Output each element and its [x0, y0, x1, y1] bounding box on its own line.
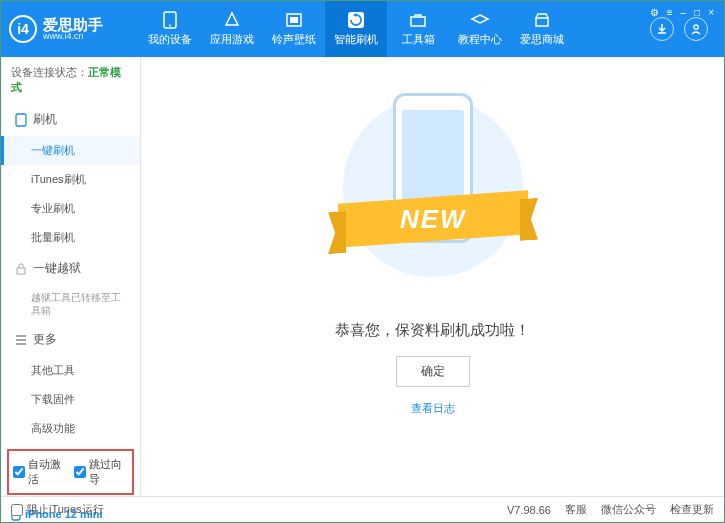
- nav-label: 应用游戏: [210, 32, 254, 47]
- nav-label: 教程中心: [458, 32, 502, 47]
- block-itunes-checkbox[interactable]: [11, 504, 23, 516]
- logo-icon: i4: [9, 15, 37, 43]
- support-link[interactable]: 客服: [565, 502, 587, 517]
- flash-options-highlighted: 自动激活 跳过向导: [7, 449, 134, 495]
- user-button[interactable]: [684, 17, 708, 41]
- sidebar: 设备连接状态：正常模式 刷机 一键刷机 iTunes刷机 专业刷机 批量刷机 一…: [1, 57, 141, 496]
- apps-icon: [222, 11, 242, 29]
- svg-rect-6: [536, 18, 548, 26]
- titlebar-controls: ⚙ ≡ – □ ×: [650, 7, 714, 18]
- nav-apps[interactable]: 应用游戏: [201, 1, 263, 57]
- phone-icon: [160, 11, 180, 29]
- svg-rect-5: [411, 17, 425, 26]
- check-update-link[interactable]: 检查更新: [670, 502, 714, 517]
- heading-label: 刷机: [33, 111, 57, 128]
- header: i4 爱思助手 www.i4.cn 我的设备 应用游戏 铃声壁纸 智能刷机: [1, 1, 724, 57]
- app-name: 爱思助手: [43, 17, 103, 32]
- checkbox-skip-setup[interactable]: 跳过向导: [74, 457, 129, 487]
- settings-icon[interactable]: ⚙: [650, 7, 659, 18]
- nav-label: 工具箱: [402, 32, 435, 47]
- connection-status: 设备连接状态：正常模式: [1, 57, 140, 103]
- app-window: ⚙ ≡ – □ × i4 爱思助手 www.i4.cn 我的设备 应用游戏 铃声: [0, 0, 725, 523]
- version-label: V7.98.66: [507, 504, 551, 516]
- sidebar-item-oneclick-flash[interactable]: 一键刷机: [1, 136, 140, 165]
- sidebar-item-advanced[interactable]: 高级功能: [1, 414, 140, 443]
- skip-setup-checkbox[interactable]: [74, 466, 86, 478]
- download-button[interactable]: [650, 17, 674, 41]
- lock-icon: [15, 263, 27, 275]
- svg-rect-9: [17, 268, 25, 274]
- nav-label: 铃声壁纸: [272, 32, 316, 47]
- wallpaper-icon: [284, 11, 304, 29]
- auto-activate-checkbox[interactable]: [13, 466, 25, 478]
- svg-rect-8: [16, 114, 26, 126]
- nav-store[interactable]: 爱思商城: [511, 1, 573, 57]
- heading-label: 更多: [33, 331, 57, 348]
- nav-label: 智能刷机: [334, 32, 378, 47]
- sidebar-item-download-firmware[interactable]: 下载固件: [1, 385, 140, 414]
- maximize-button[interactable]: □: [694, 7, 700, 18]
- app-url: www.i4.cn: [43, 32, 103, 41]
- nav-label: 我的设备: [148, 32, 192, 47]
- sidebar-item-batch-flash[interactable]: 批量刷机: [1, 223, 140, 252]
- sidebar-item-itunes-flash[interactable]: iTunes刷机: [1, 165, 140, 194]
- view-log-link[interactable]: 查看日志: [411, 401, 455, 416]
- nav-label: 爱思商城: [520, 32, 564, 47]
- toolbox-icon: [408, 11, 428, 29]
- graduation-icon: [470, 11, 490, 29]
- logo-text: 爱思助手 www.i4.cn: [43, 17, 103, 41]
- header-right: [650, 17, 716, 41]
- footer: 阻止iTunes运行 V7.98.66 客服 微信公众号 检查更新: [1, 496, 724, 522]
- nav-flash[interactable]: 智能刷机: [325, 1, 387, 57]
- store-icon: [532, 11, 552, 29]
- checkbox-auto-activate[interactable]: 自动激活: [13, 457, 68, 487]
- heading-label: 一键越狱: [33, 260, 81, 277]
- close-button[interactable]: ×: [708, 7, 714, 18]
- phone-icon: [15, 113, 27, 127]
- sidebar-more-heading[interactable]: 更多: [1, 323, 140, 356]
- refresh-icon: [346, 11, 366, 29]
- minimize-button[interactable]: –: [681, 7, 687, 18]
- success-illustration: NEW: [338, 87, 528, 297]
- success-message: 恭喜您，保资料刷机成功啦！: [335, 321, 530, 340]
- footer-right: V7.98.66 客服 微信公众号 检查更新: [507, 502, 714, 517]
- sidebar-item-other-tools[interactable]: 其他工具: [1, 356, 140, 385]
- main-nav: 我的设备 应用游戏 铃声壁纸 智能刷机 工具箱 教程中心: [139, 1, 650, 57]
- ribbon-text: NEW: [399, 204, 466, 235]
- footer-left: 阻止iTunes运行: [11, 502, 104, 517]
- svg-point-1: [169, 25, 171, 27]
- sidebar-flash-heading[interactable]: 刷机: [1, 103, 140, 136]
- nav-tutorials[interactable]: 教程中心: [449, 1, 511, 57]
- nav-toolbox[interactable]: 工具箱: [387, 1, 449, 57]
- menu-icon[interactable]: ≡: [667, 7, 673, 18]
- logo-area: i4 爱思助手 www.i4.cn: [9, 15, 139, 43]
- svg-rect-3: [290, 17, 298, 23]
- body: 设备连接状态：正常模式 刷机 一键刷机 iTunes刷机 专业刷机 批量刷机 一…: [1, 57, 724, 496]
- conn-label: 设备连接状态：: [11, 66, 88, 78]
- sidebar-item-pro-flash[interactable]: 专业刷机: [1, 194, 140, 223]
- block-itunes-option[interactable]: 阻止iTunes运行: [11, 502, 104, 517]
- svg-point-7: [694, 25, 698, 29]
- jailbreak-note: 越狱工具已转移至工具箱: [1, 285, 140, 323]
- ok-button[interactable]: 确定: [396, 356, 470, 387]
- sidebar-jailbreak-heading[interactable]: 一键越狱: [1, 252, 140, 285]
- main-content: NEW 恭喜您，保资料刷机成功啦！ 确定 查看日志: [141, 57, 724, 496]
- wechat-link[interactable]: 微信公众号: [601, 502, 656, 517]
- list-icon: [15, 335, 27, 345]
- nav-ringtones[interactable]: 铃声壁纸: [263, 1, 325, 57]
- nav-my-device[interactable]: 我的设备: [139, 1, 201, 57]
